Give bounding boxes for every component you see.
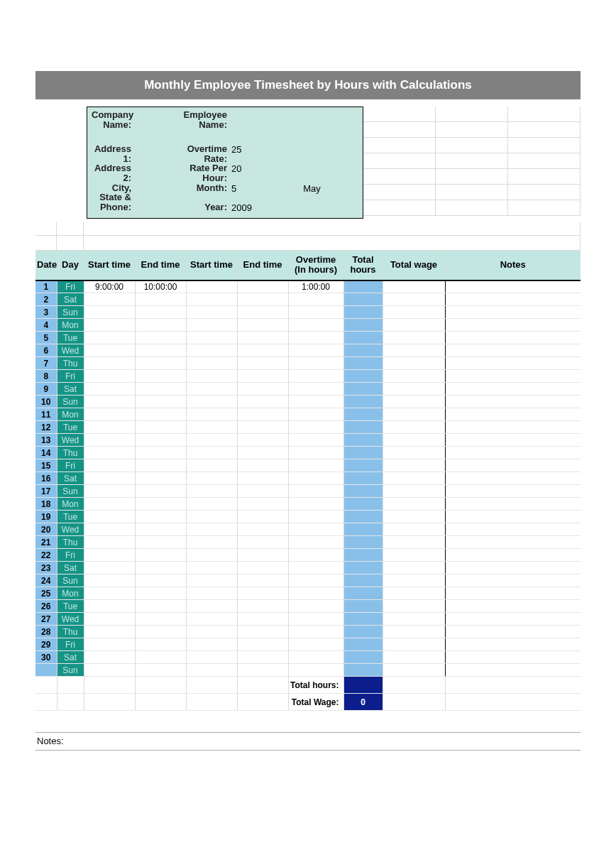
cell-notes[interactable] bbox=[445, 472, 581, 485]
value-month-num[interactable]: 5 bbox=[230, 183, 265, 194]
cell-overtime[interactable] bbox=[288, 319, 343, 332]
cell-notes[interactable] bbox=[445, 357, 581, 370]
cell-overtime[interactable] bbox=[288, 306, 343, 319]
cell-start1[interactable] bbox=[84, 600, 135, 613]
cell-end2[interactable] bbox=[237, 396, 288, 408]
cell-end2[interactable] bbox=[237, 459, 288, 472]
cell-end2[interactable] bbox=[237, 306, 288, 319]
cell-notes[interactable] bbox=[445, 626, 581, 638]
cell-end2[interactable] bbox=[237, 408, 288, 421]
cell-end2[interactable] bbox=[237, 383, 288, 396]
cell-end2[interactable] bbox=[237, 293, 288, 306]
cell-start2[interactable] bbox=[186, 396, 237, 408]
cell-start2[interactable] bbox=[186, 434, 237, 447]
cell-start1[interactable]: 9:00:00 bbox=[84, 280, 135, 293]
cell-start1[interactable] bbox=[84, 408, 135, 421]
cell-notes[interactable] bbox=[445, 396, 581, 408]
cell-start2[interactable] bbox=[186, 613, 237, 626]
cell-end2[interactable] bbox=[237, 280, 288, 293]
cell-notes[interactable] bbox=[445, 447, 581, 459]
cell-start2[interactable] bbox=[186, 344, 237, 357]
cell-end1[interactable] bbox=[135, 613, 186, 626]
cell-end2[interactable] bbox=[237, 536, 288, 549]
cell-start1[interactable] bbox=[84, 370, 135, 383]
cell-notes[interactable] bbox=[445, 319, 581, 332]
cell-overtime[interactable] bbox=[288, 498, 343, 511]
cell-start1[interactable] bbox=[84, 613, 135, 626]
cell-notes[interactable] bbox=[445, 434, 581, 447]
cell-start1[interactable] bbox=[84, 306, 135, 319]
cell-end1[interactable]: 10:00:00 bbox=[135, 280, 186, 293]
cell-start1[interactable] bbox=[84, 562, 135, 574]
cell-end1[interactable] bbox=[135, 434, 186, 447]
cell-overtime[interactable] bbox=[288, 536, 343, 549]
value-ot-rate[interactable]: 25 bbox=[230, 144, 265, 155]
cell-start1[interactable] bbox=[84, 421, 135, 434]
cell-start2[interactable] bbox=[186, 319, 237, 332]
cell-start1[interactable] bbox=[84, 574, 135, 587]
cell-end1[interactable] bbox=[135, 498, 186, 511]
cell-start2[interactable] bbox=[186, 408, 237, 421]
cell-notes[interactable] bbox=[445, 587, 581, 600]
cell-overtime[interactable] bbox=[288, 664, 343, 677]
cell-notes[interactable] bbox=[445, 485, 581, 498]
cell-start1[interactable] bbox=[84, 332, 135, 344]
cell-start1[interactable] bbox=[84, 536, 135, 549]
cell-start2[interactable] bbox=[186, 549, 237, 562]
cell-notes[interactable] bbox=[445, 344, 581, 357]
cell-overtime[interactable] bbox=[288, 651, 343, 664]
cell-end1[interactable] bbox=[135, 549, 186, 562]
cell-end2[interactable] bbox=[237, 664, 288, 677]
cell-end2[interactable] bbox=[237, 523, 288, 536]
cell-end2[interactable] bbox=[237, 549, 288, 562]
cell-end2[interactable] bbox=[237, 651, 288, 664]
cell-overtime[interactable] bbox=[288, 511, 343, 523]
cell-start2[interactable] bbox=[186, 383, 237, 396]
cell-overtime[interactable] bbox=[288, 396, 343, 408]
cell-end2[interactable] bbox=[237, 574, 288, 587]
cell-start1[interactable] bbox=[84, 434, 135, 447]
cell-end2[interactable] bbox=[237, 447, 288, 459]
cell-end1[interactable] bbox=[135, 472, 186, 485]
cell-start2[interactable] bbox=[186, 626, 237, 638]
cell-start2[interactable] bbox=[186, 306, 237, 319]
cell-start2[interactable] bbox=[186, 536, 237, 549]
cell-start1[interactable] bbox=[84, 357, 135, 370]
cell-start2[interactable] bbox=[186, 357, 237, 370]
cell-end1[interactable] bbox=[135, 319, 186, 332]
cell-start1[interactable] bbox=[84, 498, 135, 511]
cell-end1[interactable] bbox=[135, 459, 186, 472]
cell-end1[interactable] bbox=[135, 587, 186, 600]
cell-end1[interactable] bbox=[135, 651, 186, 664]
cell-overtime[interactable] bbox=[288, 293, 343, 306]
cell-overtime[interactable] bbox=[288, 332, 343, 344]
cell-end2[interactable] bbox=[237, 498, 288, 511]
cell-start2[interactable] bbox=[186, 587, 237, 600]
cell-notes[interactable] bbox=[445, 332, 581, 344]
cell-start1[interactable] bbox=[84, 319, 135, 332]
cell-overtime[interactable] bbox=[288, 383, 343, 396]
cell-end2[interactable] bbox=[237, 485, 288, 498]
cell-end1[interactable] bbox=[135, 485, 186, 498]
cell-end1[interactable] bbox=[135, 638, 186, 651]
cell-start1[interactable] bbox=[84, 396, 135, 408]
cell-overtime[interactable] bbox=[288, 626, 343, 638]
cell-notes[interactable] bbox=[445, 600, 581, 613]
cell-notes[interactable] bbox=[445, 306, 581, 319]
cell-overtime[interactable]: 1:00:00 bbox=[288, 280, 343, 293]
cell-end1[interactable] bbox=[135, 357, 186, 370]
cell-start1[interactable] bbox=[84, 447, 135, 459]
cell-end1[interactable] bbox=[135, 396, 186, 408]
cell-start2[interactable] bbox=[186, 511, 237, 523]
cell-end1[interactable] bbox=[135, 383, 186, 396]
cell-notes[interactable] bbox=[445, 370, 581, 383]
value-year[interactable]: 2009 bbox=[230, 202, 265, 213]
cell-start1[interactable] bbox=[84, 626, 135, 638]
cell-overtime[interactable] bbox=[288, 485, 343, 498]
cell-overtime[interactable] bbox=[288, 600, 343, 613]
cell-overtime[interactable] bbox=[288, 434, 343, 447]
cell-start1[interactable] bbox=[84, 472, 135, 485]
cell-end1[interactable] bbox=[135, 293, 186, 306]
cell-end2[interactable] bbox=[237, 562, 288, 574]
cell-end1[interactable] bbox=[135, 344, 186, 357]
